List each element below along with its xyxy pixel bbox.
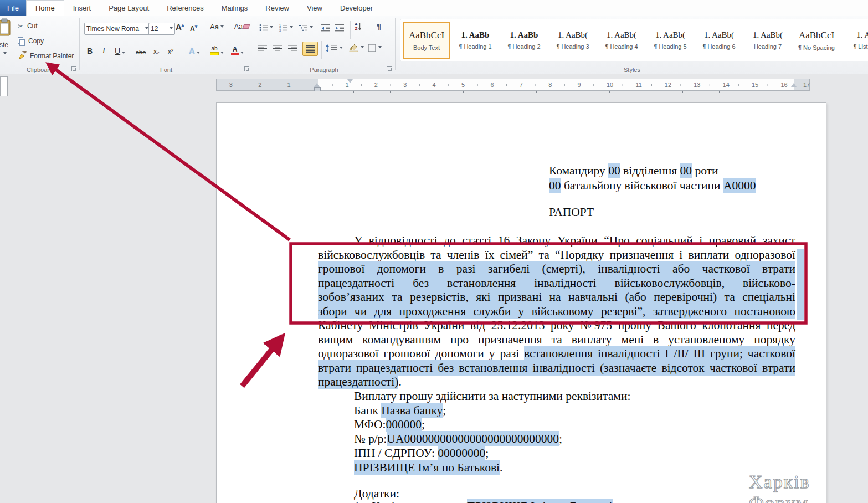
font-dialog-launcher[interactable] <box>244 66 249 71</box>
doc-line[interactable]: 1.КопіяПРІЗВИЩЕ Ім’я по Батькові <box>318 500 613 503</box>
justify-button-active[interactable] <box>302 42 318 56</box>
doc-line[interactable]: грошової допомоги в разі загибелі (смерт… <box>318 262 795 276</box>
font-color-button[interactable]: A <box>231 43 244 57</box>
paint-bucket-icon <box>349 43 359 52</box>
style-item-list-nu[interactable]: 1. Aa¶ List Nu <box>841 22 868 59</box>
doc-line[interactable]: МФО:000000; <box>318 418 425 432</box>
doc-line[interactable]: військовослужбовців та членів їх сімей” … <box>318 248 795 262</box>
tab-page-layout[interactable]: Page Layout <box>100 0 158 16</box>
doc-line[interactable]: 00 батальйону військової частини А0000 <box>549 179 756 193</box>
increase-indent-button[interactable] <box>335 24 345 32</box>
style-item-heading-7[interactable]: 1. AaBb(Heading 7 <box>744 22 792 59</box>
doc-line[interactable]: працездатності). <box>318 375 402 389</box>
doc-line[interactable]: вищим командуванням про призначення та в… <box>318 333 795 347</box>
text-effects-dropdown-icon[interactable] <box>197 52 200 55</box>
align-left-button[interactable] <box>258 44 268 52</box>
borders-button[interactable] <box>368 44 382 52</box>
doc-line[interactable]: збори чи для проходження служби у військ… <box>318 305 795 319</box>
style-item-heading-6[interactable]: 1. AaBb(¶ Heading 6 <box>695 22 743 59</box>
doc-line[interactable]: Банк Назва банку; <box>318 404 446 418</box>
cut-button[interactable]: ✂ Cut <box>18 20 38 32</box>
doc-text: роти <box>692 164 718 177</box>
underline-button[interactable]: U <box>115 43 125 57</box>
left-indent-marker[interactable] <box>314 87 321 91</box>
bullets-button[interactable] <box>259 24 273 32</box>
format-painter-button[interactable]: Format Painter <box>18 50 74 62</box>
bold-button[interactable]: B <box>87 43 93 57</box>
tab-mailings[interactable]: Mailings <box>213 0 257 16</box>
doc-line[interactable]: Додатки: <box>318 487 399 501</box>
doc-line[interactable]: Виплату прошу здійснити за наступними ре… <box>318 389 630 403</box>
selected-text: 000000 <box>386 417 422 432</box>
font-group: Times New Roma 12 A▴ A▾ Aa Aa B I U abe … <box>80 16 252 74</box>
group-separator <box>79 18 80 70</box>
style-item-heading-2[interactable]: 1. AaBb¶ Heading 2 <box>500 22 548 59</box>
style-item-body-text[interactable]: AaBbCcIBody Text <box>403 22 450 59</box>
style-item-heading-5[interactable]: 1. AaBb(¶ Heading 5 <box>646 22 694 59</box>
shrink-font-button[interactable]: A▾ <box>190 24 197 33</box>
line-spacing-button[interactable] <box>326 44 343 52</box>
doc-line[interactable]: втрати працездатності без встановлення і… <box>318 361 795 375</box>
grow-font-button[interactable]: A▴ <box>176 22 184 32</box>
tab-insert[interactable]: Insert <box>64 0 100 16</box>
hanging-indent-marker[interactable] <box>314 83 320 87</box>
doc-line[interactable]: зобов’язаних та резервістів, які призван… <box>318 290 795 304</box>
clear-formatting-button[interactable]: Aa <box>234 23 249 30</box>
tab-list: HomeInsertPage LayoutReferencesMailingsR… <box>26 0 382 16</box>
paragraph-dialog-launcher[interactable] <box>387 66 392 71</box>
doc-line[interactable]: ІПН / ЄДРПОУ: 00000000; <box>318 446 489 460</box>
superscript-button[interactable]: x² <box>168 43 173 57</box>
clipboard-dialog-launcher[interactable] <box>71 66 76 71</box>
doc-line[interactable]: № р/р:UA00000000000000000000000000; <box>318 432 562 446</box>
align-center-button[interactable] <box>273 44 283 52</box>
highlight-button[interactable]: ab <box>210 43 224 57</box>
ribbon-tab-bar: File HomeInsertPage LayoutReferencesMail… <box>0 0 868 16</box>
doc-text: Кабінету Міністрів України від 25.12.201… <box>318 319 795 332</box>
decrease-indent-button[interactable] <box>321 24 331 32</box>
change-case-button[interactable]: Aa <box>210 23 224 31</box>
text-effects-button[interactable]: A <box>189 43 200 57</box>
doc-line[interactable]: У відповідності до статті 16 Закону Укра… <box>318 234 795 248</box>
multilevel-list-button[interactable] <box>299 24 313 32</box>
right-indent-marker[interactable] <box>791 83 797 87</box>
document-page[interactable]: Командиру 00 відділення 00 роти00 баталь… <box>216 102 826 503</box>
shading-button[interactable] <box>349 43 364 52</box>
paste-dropdown-icon[interactable] <box>3 52 7 56</box>
tab-review[interactable]: Review <box>256 0 298 16</box>
highlight-dropdown-icon[interactable] <box>220 52 224 55</box>
align-right-button[interactable] <box>288 44 297 52</box>
style-item-no-spacing[interactable]: AaBbCcI¶ No Spacing <box>793 22 840 59</box>
subscript-button[interactable]: x₂ <box>153 43 160 57</box>
font-size-dropdown-icon <box>170 27 173 31</box>
sort-button[interactable]: AZ <box>355 22 362 31</box>
font-family-select[interactable]: Times New Roma <box>84 23 151 35</box>
doc-line[interactable]: Командиру 00 відділення 00 роти <box>549 164 718 178</box>
strikethrough-button[interactable]: abe <box>136 43 146 57</box>
font-color-dropdown-icon[interactable] <box>240 52 244 55</box>
font-size-select[interactable]: 12 <box>148 23 175 35</box>
tab-home[interactable]: Home <box>26 0 64 16</box>
tab-file[interactable]: File <box>0 0 26 16</box>
italic-button[interactable]: I <box>102 43 105 57</box>
doc-line[interactable]: працездатності без встановлення інвалідн… <box>318 276 795 290</box>
ruler-corner-box[interactable] <box>0 76 8 96</box>
horizontal-ruler[interactable]: 3211234567891011121314151617 <box>216 79 810 91</box>
numbering-button[interactable]: 123 <box>279 24 293 32</box>
style-item-heading-4[interactable]: 1. AaBb(¶ Heading 4 <box>598 22 645 59</box>
ribbon-home: ste ✂ Cut Copy Format Painter Clipboard … <box>0 16 868 74</box>
doc-line[interactable]: Кабінету Міністрів України від 25.12.201… <box>318 319 795 332</box>
style-item-heading-1[interactable]: 1. AaBb¶ Heading 1 <box>451 22 499 59</box>
doc-line[interactable]: РАПОРТ <box>549 206 594 219</box>
show-hide-pilcrow-button[interactable]: ¶ <box>377 22 381 31</box>
paste-button[interactable]: ste <box>0 18 14 72</box>
tab-developer[interactable]: Developer <box>331 0 382 16</box>
doc-line[interactable]: одноразової грошової допомоги у разі вст… <box>318 347 795 361</box>
doc-line[interactable]: ПРІЗВИЩЕ Ім’я по Батькові. <box>318 461 502 475</box>
tab-view[interactable]: View <box>298 0 331 16</box>
copy-button[interactable]: Copy <box>18 35 44 47</box>
style-item-heading-3[interactable]: 1. AaBb(¶ Heading 3 <box>549 22 597 59</box>
ruler-number: 1 <box>345 79 348 90</box>
doc-text: батальйону військової частини <box>561 179 723 192</box>
tab-references[interactable]: References <box>158 0 212 16</box>
underline-dropdown-icon[interactable] <box>122 52 125 55</box>
